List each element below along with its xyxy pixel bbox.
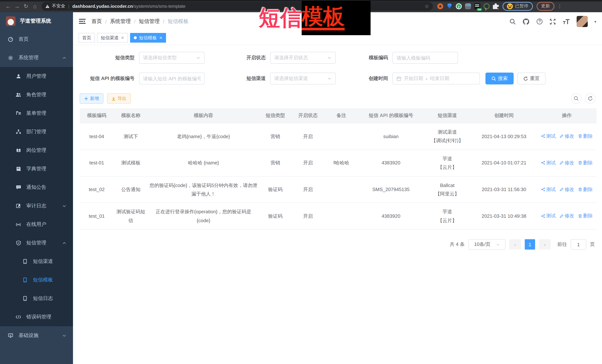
phone-icon [22, 259, 28, 264]
calendar-icon [397, 76, 401, 81]
filter-label-sms-type: 短信类型 [80, 54, 139, 61]
table-row: test_02 公告通知 您的验证码{code}，该验证码5分钟内有效，请勿泄漏… [80, 176, 597, 203]
channel-select[interactable]: 请选择短信渠道 [270, 73, 336, 84]
sidebar-item-home[interactable]: 首页 [0, 30, 73, 49]
help-icon[interactable] [536, 18, 543, 25]
sms-type-select[interactable]: 请选择短信类型 [139, 52, 204, 64]
sidebar-item-online-users[interactable]: 在线用户 [0, 215, 73, 234]
close-icon[interactable]: ✕ [121, 35, 124, 40]
code-icon [16, 315, 21, 319]
fullscreen-icon[interactable] [549, 18, 556, 25]
extensions-area: y on [437, 3, 499, 9]
extension-list-icon[interactable]: on [474, 3, 480, 9]
sidebar-item-sms-channel[interactable]: 短信渠道 [0, 252, 73, 271]
browser-forward-icon[interactable]: → [13, 3, 22, 9]
api-template-id-field-wrap [139, 73, 204, 84]
search-button[interactable]: 搜索 [485, 73, 514, 84]
table-row: test-01 测试模板 哈哈哈 {name} 营销 开启 f哈哈哈 43839… [80, 150, 597, 177]
monitor-icon [8, 333, 13, 338]
goto-page-input[interactable] [571, 239, 586, 250]
sidebar-item-users[interactable]: 用户管理 [0, 67, 73, 85]
warning-icon [45, 4, 50, 8]
delete-link[interactable]: 删除 [578, 132, 593, 141]
export-button[interactable]: 导出 [107, 93, 131, 104]
sidebar-item-error-codes[interactable]: 错误码管理 [0, 308, 73, 326]
pagination: 共 4 条 10条/页 ‹ 1 › 前往 页 [80, 239, 595, 250]
close-icon[interactable]: ✕ [159, 35, 162, 40]
test-link[interactable]: 测试 [541, 185, 556, 194]
address-bar[interactable]: 不安全 | dashboard.yudao.iocoder.cn/system/… [42, 2, 433, 10]
browser-back-icon[interactable]: ← [4, 3, 13, 9]
sidebar-item-sms[interactable]: 短信管理 [0, 234, 73, 252]
edit-link[interactable]: 修改 [559, 212, 574, 220]
page-number-current[interactable]: 1 [525, 239, 535, 250]
tab-sms-template[interactable]: 短信模板 ✕ [130, 33, 166, 42]
sidebar-item-system[interactable]: 系统管理 [0, 49, 73, 67]
active-dot [134, 36, 137, 39]
sidebar-item-audit-log[interactable]: 审计日志 [0, 197, 73, 215]
api-template-id-input[interactable] [139, 73, 204, 84]
extension-orange-icon[interactable] [437, 3, 443, 9]
chevron-up-icon [62, 56, 66, 60]
font-size-icon[interactable] [562, 19, 570, 24]
sidebar-item-sms-log[interactable]: 短信日志 [0, 289, 73, 308]
sidebar-item-dictionary[interactable]: 字典管理 [0, 160, 73, 178]
browser-update-button[interactable]: 更新 [537, 2, 554, 10]
browser-menu-icon[interactable]: ⋮ [557, 3, 562, 9]
prev-page-button[interactable]: ‹ [509, 239, 521, 250]
extension-pin-icon[interactable] [447, 3, 452, 9]
page-label: 页 [590, 241, 595, 248]
sidebar-item-menus[interactable]: 菜单管理 [0, 104, 73, 123]
goto-label: 前往 [557, 241, 567, 248]
table-refresh-icon[interactable] [585, 93, 595, 104]
sidebar-item-sms-template[interactable]: 短信模板 [0, 271, 73, 289]
test-link[interactable]: 测试 [541, 158, 556, 167]
tab-home[interactable]: 首页 [79, 33, 95, 42]
extension-y-icon[interactable]: y [456, 3, 462, 9]
sidebar-item-roles[interactable]: 角色管理 [0, 85, 73, 104]
breadcrumb-sms[interactable]: 短信管理 [139, 18, 160, 25]
breadcrumb-home[interactable]: 首页 [92, 18, 102, 25]
template-code-input[interactable] [393, 52, 458, 63]
edit-link[interactable]: 修改 [559, 132, 574, 141]
browser-reload-icon[interactable]: ↻ [22, 3, 30, 10]
tab-sms-channel[interactable]: 短信渠道 ✕ [97, 33, 128, 42]
add-button[interactable]: 新增 [80, 93, 103, 104]
bookmark-star-icon[interactable]: ☆ [424, 3, 429, 9]
create-time-range-picker[interactable]: 开始日期 - 结束日期 [392, 73, 480, 84]
profile-status-label: 已暂停 [515, 3, 528, 9]
id-badge-icon [16, 148, 21, 153]
delete-link[interactable]: 删除 [578, 212, 593, 220]
delete-link[interactable]: 删除 [578, 158, 593, 167]
status-select[interactable]: 请选择开启状态 [270, 52, 336, 64]
extension-grid-icon[interactable] [465, 3, 471, 9]
chevron-down-icon [62, 204, 66, 208]
filter-label-api-template-id: 短信 API 的模板编号 [80, 75, 139, 82]
avatar-caret-down-icon[interactable]: ▾ [594, 20, 596, 23]
extension-monocle-icon[interactable] [484, 3, 490, 9]
user-avatar[interactable] [577, 16, 588, 27]
search-icon[interactable] [510, 18, 516, 25]
test-link[interactable]: 测试 [541, 132, 556, 141]
next-page-button[interactable]: › [539, 239, 551, 250]
test-link[interactable]: 测试 [541, 212, 556, 220]
github-icon[interactable] [523, 18, 529, 25]
sidebar-collapse-icon[interactable] [79, 19, 86, 24]
chevron-down-icon [496, 242, 500, 246]
sidebar-item-departments[interactable]: 部门管理 [0, 123, 73, 141]
shield-check-icon [16, 240, 21, 246]
table-search-icon[interactable] [571, 93, 581, 104]
reset-button[interactable]: 重置 [517, 73, 546, 84]
browser-profile-chip[interactable]: 已暂停 [503, 2, 533, 10]
edit-link[interactable]: 修改 [559, 158, 574, 167]
phone-icon [22, 296, 28, 301]
browser-home-icon[interactable]: ⌂ [30, 3, 39, 9]
sidebar-item-announcements[interactable]: 通知公告 [0, 178, 73, 197]
sidebar-item-infrastructure[interactable]: 基础设施 [0, 326, 73, 345]
breadcrumb-system[interactable]: 系统管理 [110, 18, 131, 25]
delete-link[interactable]: 删除 [578, 185, 593, 194]
sidebar-item-posts[interactable]: 岗位管理 [0, 141, 73, 160]
edit-link[interactable]: 修改 [559, 185, 574, 194]
extensions-puzzle-icon[interactable] [493, 3, 499, 9]
page-size-select[interactable]: 10条/页 [468, 239, 505, 250]
